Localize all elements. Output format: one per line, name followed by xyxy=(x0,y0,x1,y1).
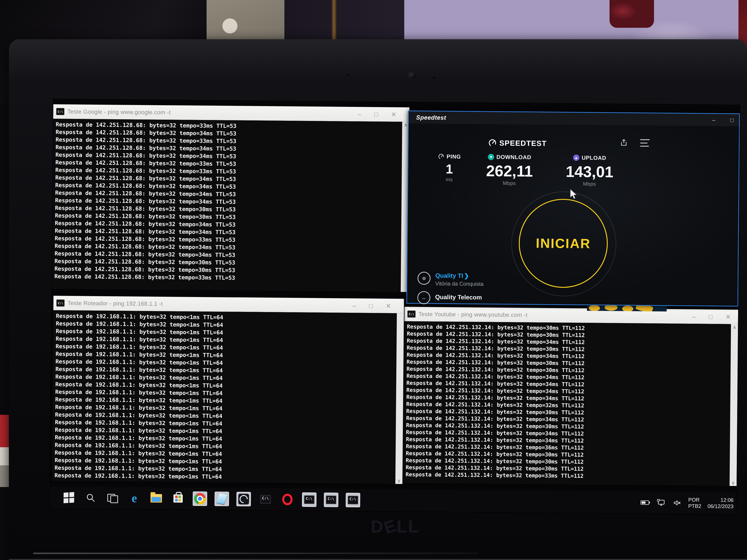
cmd-icon: C:\ xyxy=(407,311,416,318)
upload-label: UPLOAD xyxy=(582,155,606,161)
cmd-icon: C:\ xyxy=(304,496,314,504)
start-test-area: INICIAR xyxy=(511,191,623,303)
close-button[interactable]: ✕ xyxy=(725,313,731,321)
battery-icon[interactable] xyxy=(641,498,650,507)
window-title-youtube: Teste Youtube - ping www.youtube.com -t xyxy=(418,311,527,318)
scrollbar-roteador[interactable]: . ∨ xyxy=(395,313,404,484)
date: 06/12/2023 xyxy=(707,503,733,510)
red-object xyxy=(610,0,654,28)
ping-gauge-icon xyxy=(438,153,444,160)
download-unit: Mbps xyxy=(503,180,516,186)
search-button[interactable] xyxy=(84,491,98,505)
folder-icon xyxy=(150,494,162,503)
mouse-cursor xyxy=(569,188,578,200)
opera-button[interactable] xyxy=(281,493,294,506)
scroll-up-icon[interactable]: ∧ xyxy=(733,325,736,330)
window-terminal-google[interactable]: C:\ Teste Google - ping www.google.com -… xyxy=(52,104,409,292)
chevron-right-icon: ❯ xyxy=(464,272,469,279)
start-button[interactable] xyxy=(62,491,76,504)
chrome-icon xyxy=(194,493,206,505)
cmd-window-3-button[interactable]: C:\ xyxy=(346,494,360,507)
settings-icon[interactable] xyxy=(640,139,650,147)
provider-globe-icon: ⊕ xyxy=(417,272,431,285)
server-arrows-icon: ↔ xyxy=(417,291,430,304)
window-title-roteador: Teste Roteador - ping 192.168.1.1 -t xyxy=(68,300,163,307)
system-tray: PORPTB2 12:0606/12/2023 xyxy=(640,492,733,514)
download-icon: ▾ xyxy=(488,154,494,160)
ping-unit: ms xyxy=(446,177,453,182)
notes-app-icon xyxy=(216,493,228,505)
minimize-button[interactable]: – xyxy=(712,117,715,123)
scroll-down-icon[interactable]: ∨ xyxy=(731,480,735,485)
microphone-dot-left xyxy=(346,74,349,76)
upload-unit: Mbps xyxy=(583,181,596,187)
window-terminal-youtube[interactable]: C:\ Teste Youtube - ping www.youtube.com… xyxy=(403,307,738,486)
chrome-button[interactable] xyxy=(193,492,207,506)
metric-upload: ▴ UPLOAD 143,01 Mbps xyxy=(566,155,613,187)
window-speedtest[interactable]: Speedtest – □ SPEEDTEST xyxy=(406,111,740,307)
window-terminal-roteador[interactable]: C:\ Teste Roteador - ping 192.168.1.1 -t… xyxy=(52,296,404,484)
maximize-button[interactable]: □ xyxy=(369,302,373,309)
minimize-button[interactable]: – xyxy=(358,111,361,118)
server-name: Quality Telecom xyxy=(435,291,482,303)
opera-icon xyxy=(282,494,293,505)
share-result-icon[interactable] xyxy=(620,138,628,147)
minimize-button[interactable]: – xyxy=(692,313,696,320)
task-view-icon xyxy=(107,494,118,502)
window-title-speedtest: Speedtest xyxy=(416,114,446,121)
cmd-window-1-button[interactable]: C:\ xyxy=(303,493,316,506)
store-bag-icon xyxy=(174,495,183,503)
cmd-icon: C:\ xyxy=(260,495,271,504)
cmd-window-2-button[interactable]: C:\ xyxy=(325,493,338,507)
cmd-icon: C:\ xyxy=(348,496,358,504)
start-test-button[interactable]: INICIAR xyxy=(518,198,608,288)
terminal-output-roteador: Resposta de 192.168.1.1: bytes=32 tempo<… xyxy=(52,310,397,484)
scrollbar-youtube[interactable]: ∧ ∨ xyxy=(729,324,738,486)
edge-icon: e xyxy=(132,492,137,504)
notes-app-button[interactable] xyxy=(215,492,229,506)
minimize-button[interactable]: – xyxy=(352,302,356,309)
windows-logo-icon xyxy=(63,492,74,503)
language-indicator[interactable]: PORPTB2 xyxy=(688,497,701,509)
terminal-output-google: Resposta de 142.251.128.68: bytes=32 tem… xyxy=(52,119,402,292)
clock[interactable]: 12:0606/12/2023 xyxy=(707,497,733,510)
speedtest-content: SPEEDTEST PING 1 ms xyxy=(407,124,739,306)
upload-icon: ▴ xyxy=(573,155,579,161)
maximize-button[interactable]: □ xyxy=(709,313,713,320)
provider-row[interactable]: ⊕ Quality TI ❯ Vitória da Conquista xyxy=(417,272,484,287)
provider-location: Vitória da Conquista xyxy=(435,281,484,287)
maximize-button[interactable]: □ xyxy=(374,111,378,118)
speedtest-gauge-icon xyxy=(488,138,497,147)
server-row[interactable]: ↔ Quality Telecom xyxy=(417,291,482,304)
webcam xyxy=(409,72,416,79)
laptop-screen: C:\ Teste Google - ping www.google.com -… xyxy=(50,99,740,514)
speedtest-taskbar-button[interactable] xyxy=(237,492,251,506)
scroll-down-icon[interactable]: ∨ xyxy=(397,478,401,483)
network-icon[interactable] xyxy=(656,498,666,507)
laptop-hinge-highlight xyxy=(33,553,478,554)
download-label: DOWNLOAD xyxy=(496,154,531,161)
cmd-pinned-button[interactable]: C:\ xyxy=(259,492,272,506)
terminal-output-youtube: Resposta de 142.251.132.14: bytes=32 tem… xyxy=(403,321,731,486)
search-icon xyxy=(86,493,96,503)
close-button[interactable]: ✕ xyxy=(386,302,391,310)
task-view-button[interactable] xyxy=(106,491,119,505)
download-value: 262,11 xyxy=(486,162,533,180)
window-title-google: Teste Google - ping www.google.com -t xyxy=(67,108,171,116)
metric-ping: PING 1 ms xyxy=(438,153,461,183)
store-button[interactable] xyxy=(171,492,185,505)
edge-button[interactable]: e xyxy=(128,491,141,505)
speedtest-gauge-icon xyxy=(238,494,249,505)
speedtest-logo: SPEEDTEST xyxy=(488,138,547,148)
provider-link[interactable]: Quality TI xyxy=(435,272,463,279)
cmd-icon: C:\ xyxy=(56,299,65,306)
file-explorer-button[interactable] xyxy=(150,492,163,505)
volume-muted-icon[interactable] xyxy=(672,498,682,508)
maximize-button[interactable]: □ xyxy=(730,117,733,123)
upload-value: 143,01 xyxy=(566,163,613,181)
metric-download: ▾ DOWNLOAD 262,11 Mbps xyxy=(486,154,533,186)
close-button[interactable]: ✕ xyxy=(391,111,396,118)
scroll-up-icon[interactable]: ∧ xyxy=(404,123,407,127)
ping-label: PING xyxy=(446,154,461,160)
cmd-icon: C:\ xyxy=(56,108,64,115)
